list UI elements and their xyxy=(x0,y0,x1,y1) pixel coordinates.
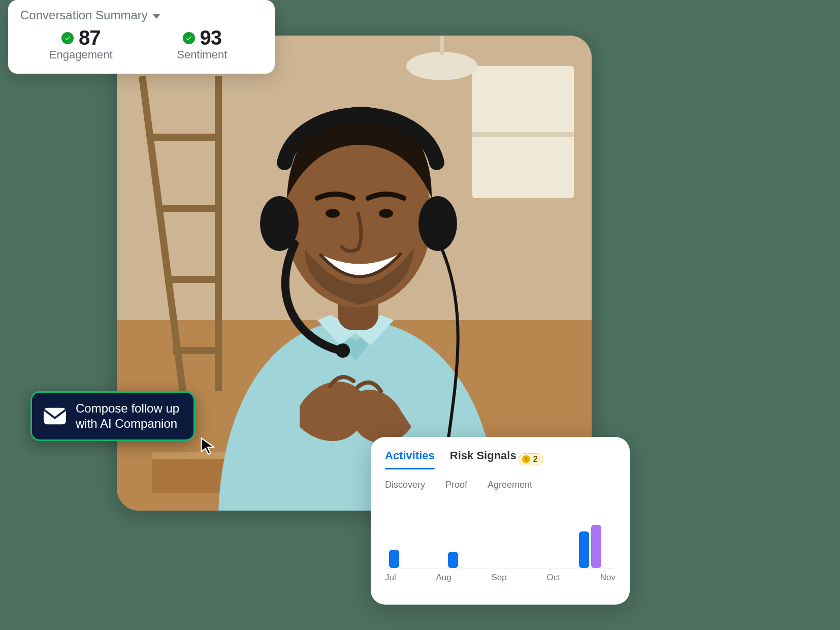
bar-jul xyxy=(389,550,399,568)
engagement-value: 87 xyxy=(79,26,101,49)
stage-discovery: Discovery xyxy=(385,480,425,490)
stage-proof: Proof xyxy=(445,480,467,490)
envelope-icon xyxy=(43,407,67,425)
compose-line2: with AI Companion xyxy=(76,416,179,431)
svg-rect-23 xyxy=(44,408,66,425)
sentiment-label: Sentiment xyxy=(177,48,227,61)
risk-signals-badge: ! 2 xyxy=(519,453,543,465)
bar-oct-b xyxy=(591,525,601,568)
stage-labels: Discovery Proof Agreement xyxy=(385,480,616,490)
compose-followup-button[interactable]: Compose follow up with AI Companion xyxy=(30,391,195,441)
stage-agreement: Agreement xyxy=(488,480,532,490)
risk-count: 2 xyxy=(533,455,538,464)
warning-icon: ! xyxy=(522,455,530,463)
svg-point-22 xyxy=(336,343,350,358)
metric-sentiment: 93 Sentiment xyxy=(142,24,263,61)
svg-rect-9 xyxy=(472,132,574,137)
compose-line1: Compose follow up xyxy=(76,401,179,416)
xtick-aug: Aug xyxy=(436,573,451,583)
engagement-label: Engagement xyxy=(49,48,113,61)
conversation-summary-card: Conversation Summary 87 Engagement 93 Se… xyxy=(8,0,275,74)
check-circle-icon xyxy=(183,32,195,44)
xtick-nov: Nov xyxy=(600,573,616,583)
conversation-summary-title: Conversation Summary xyxy=(20,8,148,22)
tab-risk-signals[interactable]: Risk Signals xyxy=(450,449,516,469)
sentiment-value: 93 xyxy=(200,26,222,49)
xtick-oct: Oct xyxy=(547,573,560,583)
activities-chart: Jul Aug Sep Oct Nov xyxy=(385,496,616,583)
svg-point-19 xyxy=(379,209,393,218)
tab-activities[interactable]: Activities xyxy=(385,449,435,469)
xtick-sep: Sep xyxy=(492,573,507,583)
xtick-jul: Jul xyxy=(385,573,396,583)
activities-card: Activities Risk Signals ! 2 Discovery Pr… xyxy=(371,437,630,605)
svg-point-10 xyxy=(406,52,477,80)
bar-aug xyxy=(448,552,458,568)
bar-oct-a xyxy=(579,531,589,568)
conversation-summary-dropdown[interactable]: Conversation Summary xyxy=(20,8,263,22)
chevron-down-icon xyxy=(153,14,160,19)
metric-engagement: 87 Engagement xyxy=(20,24,142,61)
svg-rect-11 xyxy=(440,36,444,55)
svg-point-18 xyxy=(326,209,340,218)
svg-point-21 xyxy=(418,196,457,251)
check-circle-icon xyxy=(61,32,74,44)
